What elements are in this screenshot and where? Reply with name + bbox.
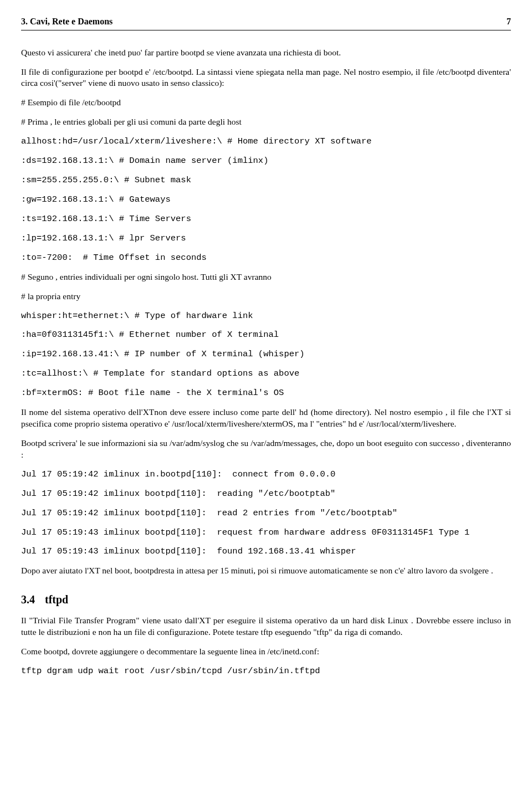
code-line: :gw=192.168.13.1:\ # Gateways (21, 194, 511, 206)
paragraph: Il nome del sistema operativo dell'XTnon… (21, 407, 511, 430)
paragraph: Questo vi assicurera' che inetd puo' far… (21, 47, 511, 59)
header-rule (21, 30, 511, 30)
code-line: tftp dgram udp wait root /usr/sbin/tcpd … (21, 665, 511, 677)
code-line: whisper:ht=ethernet:\ # Type of hardware… (21, 310, 511, 322)
log-line: Jul 17 05:19:42 imlinux in.bootpd[110]: … (21, 469, 511, 480)
code-comment: # Esempio di file /etc/bootpd (21, 97, 511, 109)
paragraph: Bootpd scrivera' le sue informazioni sia… (21, 438, 511, 461)
log-line: Jul 17 05:19:43 imlinux bootpd[110]: fou… (21, 546, 511, 557)
code-line: :ha=0f03113145f1:\ # Ethernet number of … (21, 329, 511, 341)
log-line: Jul 17 05:19:43 imlinux bootpd[110]: req… (21, 527, 511, 539)
section-number: 3.4 (21, 592, 35, 607)
code-comment: # Seguno , entries individuali per ogni … (21, 271, 511, 283)
log-line: Jul 17 05:19:42 imlinux bootpd[110]: rea… (21, 507, 511, 519)
paragraph: Dopo aver aiutato l'XT nel boot, bootpdr… (21, 565, 511, 577)
code-line: :to=-7200: # Time Offset in seconds (21, 252, 511, 264)
page-header: 3. Cavi, Rete e Daemons 7 (21, 16, 511, 28)
code-comment: # la propria entry (21, 291, 511, 303)
log-line: Jul 17 05:19:42 imlinux bootpd[110]: rea… (21, 488, 511, 500)
code-comment: # Prima , le entries globali per gli usi… (21, 116, 511, 128)
header-left: 3. Cavi, Rete e Daemons (21, 16, 112, 28)
section-title: tftpd (45, 593, 68, 606)
paragraph: Il file di configurazione per bootpd e' … (21, 66, 511, 90)
code-line: allhost:hd=/usr/local/xterm/liveshere:\ … (21, 136, 511, 147)
code-line: :ts=192.168.13.1:\ # Time Servers (21, 213, 511, 225)
header-page-number: 7 (507, 16, 511, 28)
code-line: :ip=192.168.13.41:\ # IP number of X ter… (21, 348, 511, 360)
code-line: :ds=192.168.13.1:\ # Domain name server … (21, 155, 511, 167)
paragraph: Il "Trivial File Transfer Program" viene… (21, 615, 511, 638)
code-line: :bf=xtermOS: # Boot file name - the X te… (21, 387, 511, 399)
code-line: :sm=255.255.255.0:\ # Subnet mask (21, 175, 511, 186)
paragraph: Come bootpd, dovrete aggiungere o decomm… (21, 646, 511, 658)
section-heading: 3.4tftpd (21, 592, 511, 607)
code-line: :tc=allhost:\ # Template for standard op… (21, 368, 511, 380)
code-line: :lp=192.168.13.1:\ # lpr Servers (21, 233, 511, 244)
